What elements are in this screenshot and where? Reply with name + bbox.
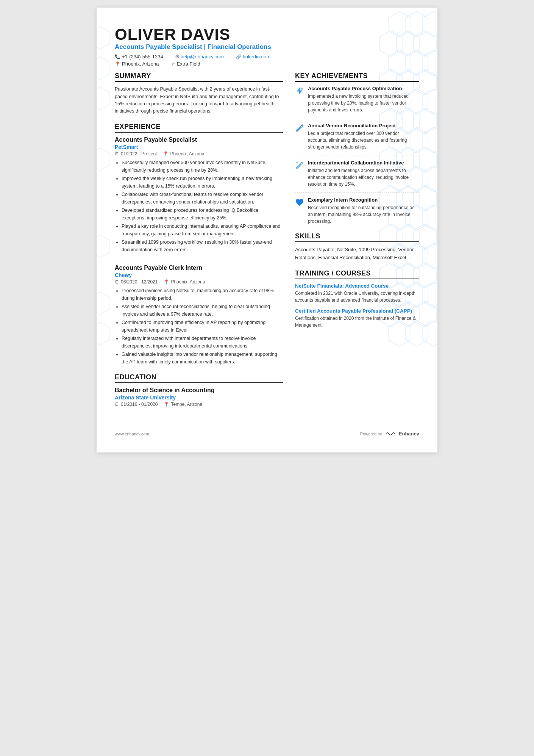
bullet-item: Collaborated with cross-functional teams… xyxy=(122,191,283,206)
bullet-item: Improved the weekly check run process by… xyxy=(122,175,283,190)
phone-number: +1-(234)-555-1234 xyxy=(122,54,163,59)
achievements-title: KEY ACHIEVEMENTS xyxy=(295,72,419,82)
experience-title: EXPERIENCE xyxy=(115,123,283,133)
bullet-item: Gained valuable insights into vendor rel… xyxy=(122,351,283,366)
left-column: SUMMARY Passionate Accounts Payable Spec… xyxy=(115,72,283,415)
job-1-meta: 🗓 01/2022 - Present 📍 Phoenix, Arizona xyxy=(115,151,283,157)
achievement-3: Interdepartmental Collaboration Initiati… xyxy=(295,160,419,193)
training-section: TRAINING / COURSES NetSuite Financials: … xyxy=(295,269,419,329)
summary-text: Passionate Accounts Payable Specialist w… xyxy=(115,86,283,115)
job-1-bullets: Successfully managed over 500 vendor inv… xyxy=(115,159,283,254)
resume-content: OLIVER DAVIS Accounts Payable Specialist… xyxy=(115,26,419,437)
skills-text: Accounts Payable, NetSuite, 1099 Process… xyxy=(295,246,419,262)
svg-point-60 xyxy=(296,162,298,163)
location-icon-edu: 📍 xyxy=(164,402,169,407)
bullet-item: Successfully managed over 500 vendor inv… xyxy=(122,159,283,174)
edu-location: 📍 Tempe, Arizona xyxy=(164,402,202,407)
summary-section: SUMMARY Passionate Accounts Payable Spec… xyxy=(115,72,283,115)
footer: www.enhancv.com Powered by Enhancv xyxy=(115,427,419,437)
training-1-text: Completed in 2021 with Oracle University… xyxy=(295,290,419,304)
achievement-3-icon xyxy=(295,161,304,170)
achievement-2-title: Annual Vendor Reconciliation Project xyxy=(308,123,419,128)
edu-school: Arizona State University xyxy=(115,394,283,401)
footer-brand: Powered by Enhancv xyxy=(360,430,419,437)
brand-name: Enhancv xyxy=(399,431,419,437)
training-2-title: Certified Accounts Payable Professional … xyxy=(295,308,419,314)
location-contact: 📍 Phoenix, Arizona xyxy=(115,61,159,67)
footer-website: www.enhancv.com xyxy=(115,432,149,436)
bullet-item: Contributed to improving time efficiency… xyxy=(122,319,283,334)
svg-marker-56 xyxy=(97,292,110,315)
linkedin-contact: 🔗 linkedin.com xyxy=(236,54,270,59)
achievement-1-content: Accounts Payable Process Optimization Im… xyxy=(308,86,419,113)
job-1: Accounts Payable Specialist PetSmart 🗓 0… xyxy=(115,136,283,254)
job-1-title: Accounts Payable Specialist xyxy=(115,136,283,143)
achievement-2-text: Led a project that reconciled over 300 v… xyxy=(308,130,419,150)
skills-title: SKILLS xyxy=(295,232,419,242)
education-title: EDUCATION xyxy=(115,373,283,383)
training-title: TRAINING / COURSES xyxy=(295,269,419,279)
job-1-location: 📍 Phoenix, Arizona xyxy=(163,151,204,157)
svg-marker-55 xyxy=(97,235,110,258)
bullet-item: Assisted in vendor account reconciliatio… xyxy=(122,303,283,318)
contact-row-2: 📍 Phoenix, Arizona ☆ Extra Field xyxy=(115,61,419,67)
bullet-item: Regularly interacted with internal depar… xyxy=(122,335,283,350)
two-col-layout: SUMMARY Passionate Accounts Payable Spec… xyxy=(115,72,419,415)
calendar-icon-1: 🗓 xyxy=(115,151,119,157)
achievement-1: Accounts Payable Process Optimization Im… xyxy=(295,86,419,118)
edu-meta: 🗓 01/2016 - 01/2020 📍 Tempe, Arizona xyxy=(115,402,283,407)
achievement-4-icon xyxy=(295,198,304,207)
contact-row: 📞 +1-(234)-555-1234 ✉ help@enhancv.com 🔗… xyxy=(115,54,419,59)
bullet-item: Streamlined 1099 processing workflow, re… xyxy=(122,238,283,254)
calendar-icon-edu: 🗓 xyxy=(115,402,119,407)
extra-contact: ☆ Extra Field xyxy=(171,61,200,67)
achievement-2: Annual Vendor Reconciliation Project Led… xyxy=(295,123,419,155)
job-2-location: 📍 Phoenix, Arizona xyxy=(164,279,205,285)
svg-marker-52 xyxy=(97,57,110,80)
linkedin-link[interactable]: linkedin.com xyxy=(243,54,270,59)
achievement-2-content: Annual Vendor Reconciliation Project Led… xyxy=(308,123,419,150)
enhancv-logo-mark xyxy=(384,430,397,437)
achievement-4-text: Received recognition for outstanding per… xyxy=(308,204,419,225)
achievement-3-text: Initiated and led meetings across depart… xyxy=(308,167,419,188)
calendar-icon-2: 🗓 xyxy=(115,279,119,285)
job-2-bullets: Processed invoices using NetSuite, maint… xyxy=(115,287,283,366)
skills-section: SKILLS Accounts Payable, NetSuite, 1099 … xyxy=(295,232,419,262)
svg-point-59 xyxy=(301,124,303,127)
extra-field-text: Extra Field xyxy=(177,61,200,67)
job-2-title: Accounts Payable Clerk Intern xyxy=(115,265,283,271)
powered-by-text: Powered by xyxy=(360,432,382,436)
achievement-2-icon xyxy=(295,124,304,133)
achievement-1-icon xyxy=(295,86,304,95)
education-section: EDUCATION Bachelor of Science in Account… xyxy=(115,373,283,407)
resume-page: OLIVER DAVIS Accounts Payable Specialist… xyxy=(97,8,437,452)
achievements-section: KEY ACHIEVEMENTS Accounts Payable Proces… xyxy=(295,72,419,225)
job-2-meta: 🗓 06/2020 - 12/2021 📍 Phoenix, Arizona xyxy=(115,279,283,285)
job-1-date: 🗓 01/2022 - Present xyxy=(115,151,157,157)
phone-icon: 📞 xyxy=(115,54,120,59)
achievement-4: Exemplary Intern Recognition Received re… xyxy=(295,197,419,225)
location-icon: 📍 xyxy=(115,61,120,67)
email-contact: ✉ help@enhancv.com xyxy=(175,54,224,59)
right-column: KEY ACHIEVEMENTS Accounts Payable Proces… xyxy=(295,72,419,415)
candidate-title: Accounts Payable Specialist | Financial … xyxy=(115,43,419,51)
edu-degree: Bachelor of Science in Accounting xyxy=(115,387,283,394)
training-2: Certified Accounts Payable Professional … xyxy=(295,308,419,329)
email-link[interactable]: help@enhancv.com xyxy=(181,54,224,59)
svg-marker-57 xyxy=(97,322,110,345)
achievement-3-content: Interdepartmental Collaboration Initiati… xyxy=(308,160,419,188)
bullet-item: Developed standardized procedures for ad… xyxy=(122,207,283,222)
candidate-name: OLIVER DAVIS xyxy=(115,26,419,43)
bullet-item: Played a key role in conducting internal… xyxy=(122,222,283,238)
achievement-3-title: Interdepartmental Collaboration Initiati… xyxy=(308,160,419,166)
job-1-company: PetSmart xyxy=(115,144,283,150)
achievement-4-content: Exemplary Intern Recognition Received re… xyxy=(308,197,419,225)
phone-contact: 📞 +1-(234)-555-1234 xyxy=(115,54,163,59)
job-2: Accounts Payable Clerk Intern Chewy 🗓 06… xyxy=(115,265,283,366)
achievement-1-title: Accounts Payable Process Optimization xyxy=(308,86,419,91)
svg-marker-54 xyxy=(97,148,110,171)
training-2-text: Certification obtained in 2020 from the … xyxy=(295,315,419,329)
svg-marker-51 xyxy=(97,27,110,49)
training-1: NetSuite Financials: Advanced Course Com… xyxy=(295,283,419,304)
experience-section: EXPERIENCE Accounts Payable Specialist P… xyxy=(115,123,283,366)
